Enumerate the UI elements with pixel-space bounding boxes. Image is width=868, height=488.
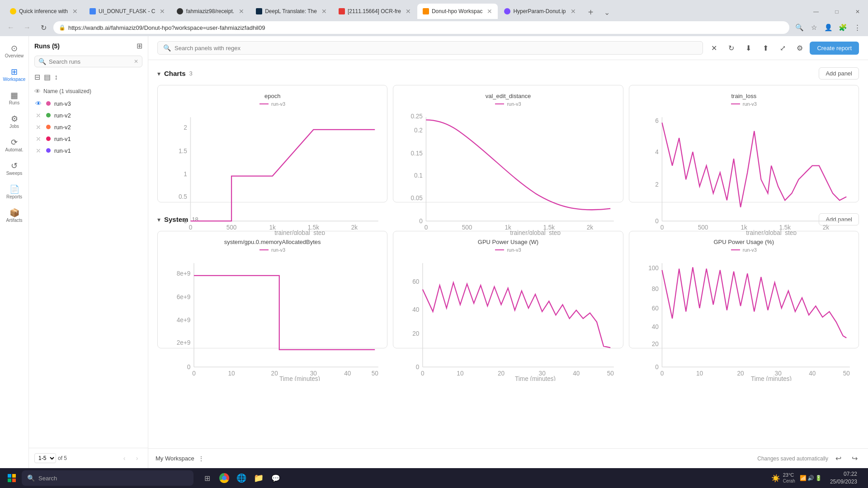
close-button[interactable]: ✕ <box>847 5 868 19</box>
sidebar-item-jobs[interactable]: ⚙Jobs <box>2 111 27 133</box>
tab-close-icon[interactable]: ✕ <box>571 8 576 15</box>
runs-search-input[interactable] <box>49 58 131 65</box>
run-name-label: run-v2 <box>54 124 71 131</box>
run-visibility-icon[interactable]: 👁 <box>34 100 42 107</box>
sidebar-item-automations[interactable]: ⟳Automat. <box>2 135 27 156</box>
run-item-run-v2-green[interactable]: ⤫run-v2 <box>29 109 148 121</box>
tab-overflow-button[interactable]: ⌄ <box>600 5 614 19</box>
run-visibility-icon[interactable]: ⤫ <box>34 147 42 154</box>
svg-text:Time (minutes): Time (minutes) <box>751 375 792 381</box>
volume-icon[interactable]: 🔊 <box>807 475 814 481</box>
browser-tab-t4[interactable]: DeepL Translate: The✕ <box>250 4 332 19</box>
pagination-range-select[interactable]: 1-5 <box>34 453 56 463</box>
runs-layout-icon[interactable]: ⊞ <box>137 42 142 50</box>
start-button[interactable] <box>4 470 20 486</box>
sidebar-item-overview[interactable]: ⊙Overview <box>2 41 27 62</box>
filter-icon[interactable]: ⊟ <box>34 73 40 81</box>
search-browser-icon[interactable]: 🔍 <box>793 21 806 34</box>
file-explorer-icon[interactable]: 📁 <box>250 470 267 486</box>
sidebar-item-reports[interactable]: 📄Reports <box>2 182 27 203</box>
refresh-button[interactable]: ↻ <box>37 21 50 34</box>
taskbar-search-box[interactable]: 🔍 Search <box>22 470 193 486</box>
tab-close-icon[interactable]: ✕ <box>487 8 492 15</box>
workspace-menu-icon[interactable]: ⋮ <box>198 455 204 462</box>
edge-taskbar-icon[interactable]: 🌐 <box>233 470 250 486</box>
tab-favicon <box>177 8 183 14</box>
browser-tab-t6[interactable]: Donut-hpo Workspac✕ <box>417 4 498 19</box>
share-icon[interactable]: ⬆ <box>758 41 773 55</box>
tab-close-icon[interactable]: ✕ <box>239 8 244 15</box>
run-item-run-v2-orange[interactable]: ⤫run-v2 <box>29 121 148 133</box>
run-visibility-icon[interactable]: ⤫ <box>34 123 42 131</box>
task-view-icon[interactable]: ⊞ <box>199 470 215 486</box>
close-icon[interactable]: ✕ <box>707 41 721 55</box>
settings-panel-icon[interactable]: ⚙ <box>793 41 807 55</box>
run-item-run-v3-vis[interactable]: 👁run-v3 <box>29 98 148 109</box>
redo-button[interactable]: ↪ <box>848 452 861 465</box>
system-toggle-icon[interactable]: ▾ <box>157 216 160 223</box>
main-search-row: 🔍 ✕ ↻ ⬇ ⬆ ⤢ ⚙ Create report <box>148 36 868 60</box>
sidebar-item-runs[interactable]: ▦Runs <box>2 88 27 109</box>
next-page-button[interactable]: › <box>132 453 142 464</box>
bookmark-icon[interactable]: ☆ <box>807 21 820 34</box>
prev-page-button[interactable]: ‹ <box>119 453 130 464</box>
browser-tab-t2[interactable]: UI_DONUT_FLASK - C✕ <box>84 4 170 19</box>
tab-close-icon[interactable]: ✕ <box>406 8 411 15</box>
battery-icon[interactable]: 🔋 <box>815 475 822 481</box>
extensions-icon[interactable]: 🧩 <box>836 21 849 34</box>
profile-icon[interactable]: 👤 <box>822 21 835 34</box>
runs-filter-row: ⊟ ▤ ↕ <box>29 71 148 83</box>
download-icon[interactable]: ⬇ <box>741 41 755 55</box>
minimize-button[interactable]: — <box>806 5 826 19</box>
refresh-icon[interactable]: ↻ <box>724 41 738 55</box>
run-visibility-icon[interactable]: ⤫ <box>34 112 42 119</box>
browser-tab-t5[interactable]: [2111.15664] OCR-fre✕ <box>333 4 416 19</box>
sidebar-runs-icon: ▦ <box>10 91 18 99</box>
tab-close-icon[interactable]: ✕ <box>160 8 165 15</box>
run-visibility-icon[interactable]: ⤫ <box>34 135 42 142</box>
new-tab-button[interactable]: + <box>584 5 598 19</box>
gpu-power-pct-chart-body: 0 20 40 60 80 100 0 10 20 30 40 <box>635 256 853 381</box>
back-button[interactable]: ← <box>5 21 17 34</box>
runs-search-box[interactable]: 🔍 ✕ <box>34 56 142 67</box>
chrome-taskbar-icon[interactable] <box>216 470 232 486</box>
runs-search-clear-icon[interactable]: ✕ <box>134 58 138 65</box>
forward-button[interactable]: → <box>21 21 33 34</box>
expand-icon[interactable]: ⤢ <box>775 41 790 55</box>
tab-close-icon[interactable]: ✕ <box>321 8 327 15</box>
create-report-button[interactable]: Create report <box>810 42 859 55</box>
browser-tab-t7[interactable]: HyperParam-Donut.ip✕ <box>499 4 581 19</box>
browser-tab-t1[interactable]: Quick inference with✕ <box>5 4 83 19</box>
charts-toggle-icon[interactable]: ▾ <box>157 70 160 77</box>
sidebar-item-sweeps[interactable]: ↺Sweeps <box>2 158 27 180</box>
undo-button[interactable]: ↩ <box>832 452 844 465</box>
address-bar[interactable]: 🔒 https://wandb.ai/fahmiaziz09/Donut-hpo… <box>53 21 789 34</box>
maximize-button[interactable]: □ <box>826 5 847 19</box>
svg-text:0.15: 0.15 <box>411 150 423 157</box>
sort-icon[interactable]: ↕ <box>54 73 58 81</box>
sidebar-item-artifacts[interactable]: 📦Artifacts <box>2 205 27 227</box>
settings-icon[interactable]: ⋮ <box>851 21 863 34</box>
tab-close-icon[interactable]: ✕ <box>72 8 78 15</box>
network-icon[interactable]: 📶 <box>800 475 807 481</box>
columns-icon[interactable]: ▤ <box>44 73 51 81</box>
gpu-memory-chart-body: 0 2e+9 4e+9 6e+9 8e+9 0 10 20 30 40 50 <box>163 256 382 381</box>
gpu-power-pct-legend-label: run-v3 <box>743 247 757 253</box>
svg-text:1.5: 1.5 <box>179 148 187 155</box>
run-item-run-v1-purple[interactable]: ⤫run-v1 <box>29 145 148 156</box>
app: ⊙Overview⊞Workspace▦Runs⚙Jobs⟳Automat.↺S… <box>0 36 868 468</box>
main-search-box[interactable]: 🔍 <box>157 41 703 55</box>
panel-search-input[interactable] <box>175 45 697 52</box>
discord-taskbar-icon[interactable]: 💬 <box>268 470 284 486</box>
sidebar-artifacts-label: Artifacts <box>6 218 22 223</box>
sidebar-item-workspace[interactable]: ⊞Workspace <box>2 64 27 86</box>
main-content: 🔍 ✕ ↻ ⬇ ⬆ ⤢ ⚙ Create report ▾ Charts 3 <box>148 36 868 468</box>
svg-text:20: 20 <box>413 330 420 337</box>
svg-text:20: 20 <box>271 370 278 377</box>
train-loss-chart-body: 0 2 4 6 0 500 1k 1.5k 2k trainer/global_… <box>635 110 853 235</box>
run-item-run-v1-pink[interactable]: ⤫run-v1 <box>29 133 148 145</box>
gpu-power-w-legend: run-v3 <box>399 247 617 253</box>
svg-text:40: 40 <box>651 324 658 330</box>
charts-add-panel-button[interactable]: Add panel <box>819 67 859 80</box>
browser-tab-t3[interactable]: fahmiaziz98/receipt.✕ <box>171 4 250 19</box>
